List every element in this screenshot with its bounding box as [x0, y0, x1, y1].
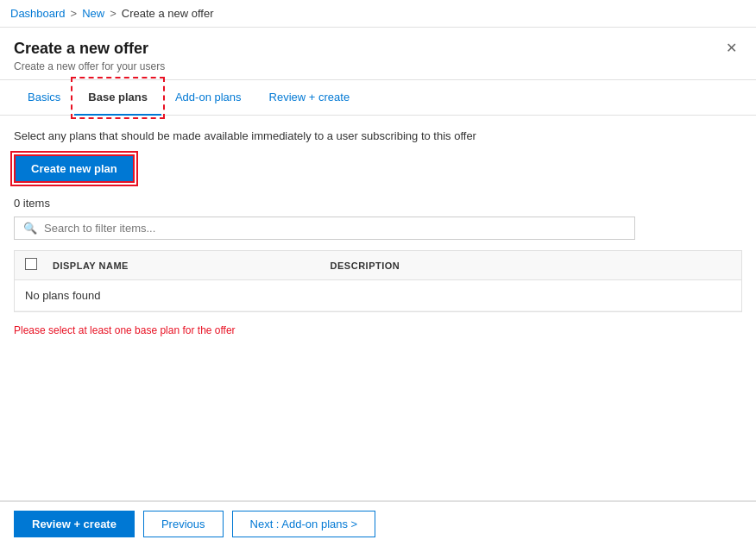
create-new-plan-button[interactable]: Create new plan: [14, 154, 135, 183]
no-plans-text: No plans found: [25, 289, 100, 302]
table-empty-row: No plans found: [15, 280, 741, 311]
col-header-description: DESCRIPTION: [331, 260, 731, 271]
panel-title: Create a new offer: [14, 40, 165, 58]
breadcrumb-dashboard[interactable]: Dashboard: [10, 7, 66, 20]
previous-button[interactable]: Previous: [143, 511, 224, 537]
breadcrumb-new[interactable]: New: [82, 7, 104, 20]
breadcrumb-current: Create a new offer: [122, 7, 214, 20]
description-text: Select any plans that should be made ava…: [14, 129, 742, 142]
next-button[interactable]: Next : Add-on plans >: [232, 511, 376, 537]
breadcrumb-sep2: >: [110, 7, 117, 20]
panel-title-area: Create a new offer Create a new offer fo…: [14, 40, 165, 72]
items-count: 0 items: [14, 197, 742, 210]
table-header: DISPLAY NAME DESCRIPTION: [15, 251, 741, 280]
breadcrumb-sep1: >: [71, 7, 78, 20]
tab-basics[interactable]: Basics: [14, 80, 74, 116]
search-icon: 🔍: [23, 222, 37, 235]
close-button[interactable]: ✕: [721, 40, 742, 57]
tab-base-plans[interactable]: Base plans: [74, 80, 161, 116]
search-input[interactable]: [44, 222, 626, 235]
col-header-display-name: DISPLAY NAME: [53, 260, 320, 271]
breadcrumb: Dashboard > New > Create a new offer: [0, 0, 756, 28]
content-area: Select any plans that should be made ava…: [0, 116, 756, 500]
panel-subtitle: Create a new offer for your users: [14, 60, 165, 72]
plans-table: DISPLAY NAME DESCRIPTION No plans found: [14, 250, 742, 312]
footer-bar: Review + create Previous Next : Add-on p…: [0, 500, 756, 546]
select-all-checkbox[interactable]: [25, 258, 37, 270]
tab-review-create[interactable]: Review + create: [255, 80, 364, 116]
search-bar: 🔍: [14, 217, 635, 240]
tabs-bar: Basics Base plans Add-on plans Review + …: [0, 80, 756, 116]
review-create-button[interactable]: Review + create: [14, 511, 135, 537]
panel-header: Create a new offer Create a new offer fo…: [0, 28, 756, 80]
error-message: Please select at least one base plan for…: [14, 324, 742, 336]
tab-addon-plans[interactable]: Add-on plans: [161, 80, 255, 116]
